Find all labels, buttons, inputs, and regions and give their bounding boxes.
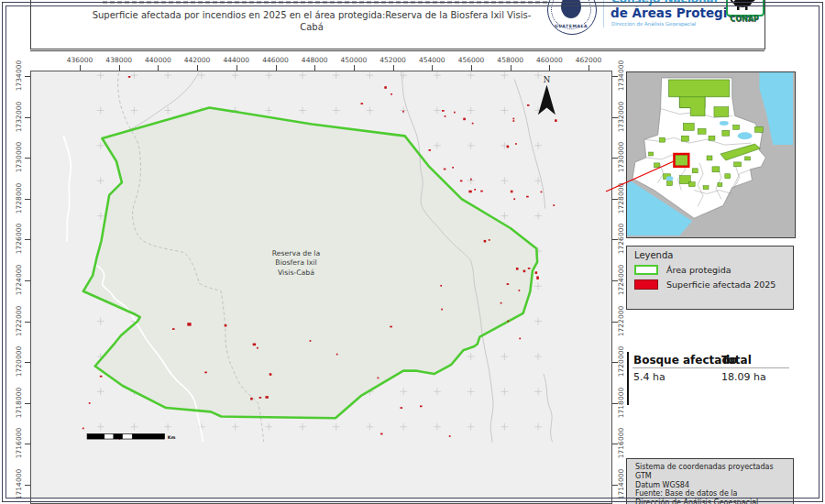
legend-item-label: Superficie afectada 2025 [666, 279, 776, 290]
y-axis-tick-left [25, 239, 30, 240]
y-axis-tick-right [612, 403, 618, 404]
y-axis-tick-right [612, 485, 618, 486]
x-axis-label: 450000 [338, 56, 369, 64]
caribbean-sea [759, 72, 793, 145]
protected-area-shape [754, 126, 763, 132]
y-axis-label-left: 1720000 [15, 346, 23, 378]
guatemala-seal-text: GUATEMALA [547, 24, 595, 28]
y-axis-tick-left [25, 322, 30, 323]
x-axis-label: 446000 [260, 56, 292, 64]
y-axis-tick-left [25, 199, 30, 200]
protected-area-shape [688, 182, 695, 187]
y-axis-tick-left [25, 158, 30, 159]
protected-area-shape [722, 130, 730, 136]
stats-header-total: Total [721, 354, 752, 367]
x-axis-label: 462000 [573, 56, 604, 64]
y-axis-tick-left [25, 76, 30, 77]
protected-area-shape [675, 155, 688, 166]
x-axis-tick [197, 65, 198, 71]
protected-area-shape [681, 136, 688, 141]
x-axis-tick [549, 65, 550, 71]
y-axis-tick-left [25, 362, 30, 363]
y-axis-tick-left [25, 485, 30, 486]
protected-area-shape [649, 152, 654, 156]
info-line: Sistema de coordenadas proyectadas [635, 463, 789, 472]
y-axis-label-left: 1726000 [15, 224, 23, 255]
y-axis-label-left: 1718000 [15, 387, 23, 418]
y-axis-label-left: 1734000 [15, 60, 23, 92]
info-line: GTM [635, 472, 789, 481]
y-axis-label-left: 1722000 [15, 305, 23, 336]
y-axis-tick-right [612, 158, 618, 159]
y-axis-tick-right [612, 362, 618, 363]
protected-area-shape [692, 169, 698, 173]
y-axis-tick-left [25, 444, 30, 444]
lake [738, 132, 753, 139]
x-axis-tick [471, 65, 472, 71]
y-axis-tick-right [612, 239, 618, 240]
protected-area-shape [683, 123, 694, 130]
org-subtitle: Dirección de Análisis Geoespacial [611, 21, 696, 27]
burned-area-swatch-icon [634, 279, 658, 290]
y-axis-tick-left [25, 117, 30, 118]
x-axis-label: 452000 [378, 56, 409, 64]
header-bottom-rule [30, 50, 764, 51]
y-axis-label-left: 1724000 [15, 265, 23, 296]
x-axis-tick [393, 65, 394, 71]
protected-area-shape [733, 125, 740, 129]
info-line: Fuente: Base de datos de la [635, 489, 789, 499]
protected-area-shape [718, 183, 722, 187]
x-axis-tick [236, 65, 237, 71]
lake [720, 121, 729, 126]
x-axis-label: 456000 [456, 56, 487, 64]
guatemala-inset-map [626, 71, 796, 238]
conap-label: CONAP [723, 15, 765, 23]
protected-area-shape [654, 163, 660, 168]
x-axis-tick [354, 65, 355, 71]
x-axis-tick [314, 65, 315, 71]
stats-underline [632, 367, 789, 368]
jaguar-icon [728, 0, 759, 11]
legend-item-burned-area: Superficie afectada 2025 [634, 279, 786, 290]
protected-area-shape [714, 107, 729, 117]
y-axis-tick-right [612, 117, 618, 118]
y-axis-tick-right [612, 76, 618, 77]
header-divider [603, 0, 604, 27]
y-axis-label-left: 1716000 [15, 428, 23, 459]
y-axis-label-left: 1714000 [15, 469, 23, 500]
x-axis-label: 436000 [64, 56, 95, 64]
y-axis-tick-right [612, 199, 618, 200]
coordinate-system-info-box: Sistema de coordenadas proyectadas GTM D… [626, 458, 794, 504]
y-axis-tick-right [612, 444, 618, 444]
map-title: Superficie afectada por incendios en 202… [55, 9, 568, 33]
map-title-line1: Superficie afectada por incendios en 202… [55, 9, 568, 21]
x-axis-tick [432, 65, 433, 71]
x-axis-tick [276, 65, 277, 71]
protected-area-shape [745, 157, 751, 160]
protected-area-shape [698, 128, 706, 134]
x-axis-tick [119, 65, 120, 71]
y-axis-tick-left [25, 280, 30, 281]
info-line: Dirección de Análisis Geoespacial [635, 499, 789, 504]
y-axis-tick-right [612, 322, 618, 323]
x-axis-tick [80, 65, 81, 71]
x-axis-label: 438000 [104, 56, 135, 64]
map-report-page: { "header": { "title_line1": "Superficie… [0, 0, 825, 504]
x-axis-label: 442000 [182, 56, 213, 64]
protected-area-shape [734, 162, 742, 167]
info-line: Datum WGS84 [635, 481, 789, 490]
y-axis-tick-right [612, 280, 618, 281]
protected-area-shape [703, 186, 709, 190]
legend: Leyenda Área protegida Superficie afecta… [626, 246, 794, 310]
stats-value-total: 18.09 ha [721, 371, 766, 383]
y-axis-tick-left [25, 403, 30, 404]
stats-left-rule [627, 352, 629, 405]
clipped-header-text-line [103, 1, 587, 4]
stats-value-affected-forest: 5.4 ha [633, 371, 666, 383]
protected-area-shape [667, 181, 673, 186]
protected-area-shape [712, 167, 720, 172]
legend-item-label: Área protegida [666, 265, 732, 275]
map-title-line2: Cabá [55, 21, 568, 33]
x-axis-label: 444000 [221, 56, 252, 64]
protected-area-shape [725, 174, 731, 179]
